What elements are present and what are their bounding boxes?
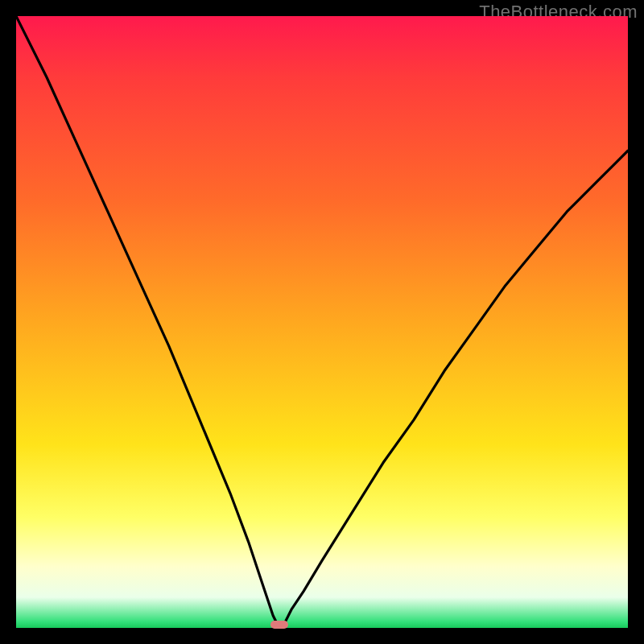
chart-frame: TheBottleneck.com [0, 0, 644, 644]
minimum-marker [270, 621, 288, 629]
bottleneck-curve [16, 16, 628, 628]
plot-area [16, 16, 628, 628]
